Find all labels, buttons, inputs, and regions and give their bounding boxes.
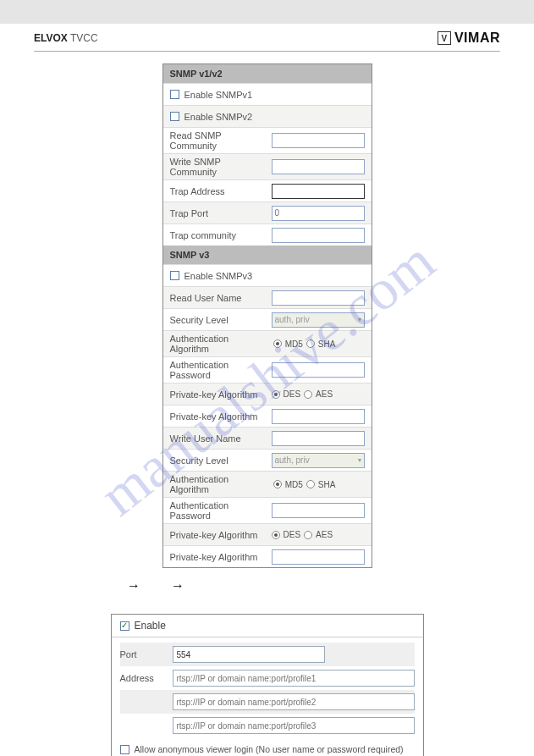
auth-algo-row: Authentication Algorithm MD5 SHA	[163, 330, 372, 356]
sec-level-select[interactable]: auth, priv ▾	[272, 312, 365, 328]
rtsp-addr3-row	[120, 714, 415, 737]
auth-pass2-label: Authentication Password	[170, 500, 267, 521]
rtsp-anon-row: Allow anonymous viewer login (No user na…	[112, 737, 423, 756]
enable-snmpv1-row: Enable SNMPv1	[163, 83, 372, 105]
priv-algo4-row: Private-key Algorithm	[163, 545, 372, 567]
auth-algo-group: MD5 SHA	[273, 339, 365, 349]
priv-algo4-label: Private-key Algorithm	[170, 552, 267, 562]
header-rule	[34, 51, 500, 52]
rtsp-address-label: Address	[120, 673, 164, 683]
enable-snmpv3-label: Enable SNMPv3	[184, 271, 365, 281]
enable-snmpv2-checkbox[interactable]	[170, 112, 179, 121]
auth-pass2-input[interactable]	[272, 503, 365, 518]
sec-level2-label: Security Level	[170, 455, 267, 466]
sha-radio[interactable]	[306, 339, 315, 348]
rtsp-addr1-input[interactable]	[173, 670, 415, 687]
auth-pass-row: Authentication Password	[163, 356, 372, 383]
rtsp-enable-checkbox[interactable]	[120, 621, 129, 631]
write-community-row: Write SNMP Community	[163, 153, 372, 179]
rtsp-grid: Port Address	[112, 637, 423, 737]
arrow-icon: →	[127, 578, 140, 593]
read-user-label: Read User Name	[170, 293, 267, 303]
write-user-row: Write User Name	[163, 427, 372, 449]
snmp-panel: SNMP v1/v2 Enable SNMPv1 Enable SNMPv2 R…	[162, 63, 372, 568]
trap-address-row: Trap Address	[163, 179, 372, 201]
enable-snmpv3-checkbox[interactable]	[170, 271, 179, 280]
write-user-label: Write User Name	[170, 433, 267, 444]
sec-level-value: auth, priv	[275, 315, 310, 324]
nav-arrows: → →	[127, 578, 534, 593]
brand-right: V VIMAR	[438, 30, 500, 46]
rtsp-anon-checkbox[interactable]	[120, 745, 129, 754]
rtsp-addr2-input[interactable]	[173, 693, 415, 710]
des-radio-2[interactable]	[272, 531, 280, 539]
enable-snmpv3-row: Enable SNMPv3	[163, 264, 372, 286]
chevron-down-icon: ▾	[358, 456, 361, 464]
md5-radio-2[interactable]	[273, 480, 282, 488]
write-user-input[interactable]	[272, 431, 365, 446]
sec-level-row: Security Level auth, priv ▾	[163, 308, 372, 330]
sha-label-2: SHA	[318, 480, 336, 489]
trap-community-input[interactable]	[272, 228, 365, 243]
write-community-label: Write SNMP Community	[170, 157, 267, 177]
priv-algo2-label: Private-key Algorithm	[170, 411, 267, 422]
rtsp-port-input[interactable]	[173, 646, 325, 663]
trap-address-input[interactable]	[272, 184, 365, 199]
snmp-v1v2-header: SNMP v1/v2	[163, 64, 372, 83]
top-bar	[0, 0, 534, 24]
read-community-row: Read SNMP Community	[163, 127, 372, 153]
snmp-v3-header: SNMP v3	[163, 246, 372, 264]
brand-bold: ELVOX	[34, 32, 68, 44]
priv-algo4-input[interactable]	[272, 549, 365, 565]
page-header: ELVOX TVCC V VIMAR	[0, 24, 534, 51]
priv-algo2-input[interactable]	[272, 409, 365, 424]
read-community-input[interactable]	[272, 133, 365, 148]
chevron-down-icon: ▾	[358, 316, 361, 323]
auth-pass-label: Authentication Password	[170, 360, 267, 380]
auth-algo2-group: MD5 SHA	[273, 480, 365, 489]
trap-port-row: Trap Port	[163, 201, 372, 223]
rtsp-anon-label: Allow anonymous viewer login (No user na…	[135, 744, 404, 754]
aes-label-2: AES	[316, 530, 333, 539]
read-community-label: Read SNMP Community	[170, 130, 267, 151]
sec-level-label: Security Level	[170, 315, 267, 325]
sec-level2-select[interactable]: auth, priv ▾	[272, 453, 365, 468]
rtsp-enable-row: Enable	[112, 615, 423, 637]
sec-level2-value: auth, priv	[275, 455, 310, 465]
enable-snmpv1-checkbox[interactable]	[170, 90, 179, 99]
read-user-input[interactable]	[272, 290, 365, 306]
write-community-input[interactable]	[272, 159, 365, 174]
sha-radio-2[interactable]	[306, 480, 315, 488]
trap-community-label: Trap community	[170, 230, 267, 240]
trap-community-row: Trap community	[163, 223, 372, 246]
auth-pass2-row: Authentication Password	[163, 497, 372, 523]
md5-label-2: MD5	[285, 480, 303, 489]
auth-algo-label: Authentication Algorithm	[170, 334, 268, 354]
auth-pass-input[interactable]	[272, 362, 365, 378]
aes-radio-2[interactable]	[304, 531, 312, 539]
aes-radio[interactable]	[304, 390, 312, 399]
sha-label: SHA	[318, 339, 336, 349]
trap-address-label: Trap Address	[170, 186, 267, 196]
priv-algo3-group: DES AES	[272, 530, 365, 539]
md5-label: MD5	[285, 339, 303, 349]
des-label-2: DES	[284, 530, 301, 539]
priv-algo-label: Private-key Algorithm	[170, 389, 267, 400]
priv-algo-row: Private-key Algorithm DES AES	[163, 383, 372, 405]
read-user-row: Read User Name	[163, 286, 372, 308]
md5-radio[interactable]	[273, 339, 282, 348]
vendor-name: VIMAR	[454, 30, 500, 46]
rtsp-panel: Enable Port Address Allow anonymous view…	[111, 614, 424, 756]
rtsp-addr1-row: Address	[120, 666, 415, 690]
enable-snmpv2-label: Enable SNMPv2	[184, 112, 365, 122]
aes-label: AES	[316, 389, 333, 399]
rtsp-enable-label: Enable	[135, 620, 166, 632]
rtsp-addr3-input[interactable]	[173, 717, 415, 734]
rtsp-port-label: Port	[120, 649, 164, 659]
des-radio[interactable]	[272, 390, 280, 399]
arrow-icon: →	[171, 578, 184, 593]
trap-port-label: Trap Port	[170, 208, 267, 218]
priv-algo2-row: Private-key Algorithm	[163, 405, 372, 427]
enable-snmpv2-row: Enable SNMPv2	[163, 105, 372, 127]
trap-port-input[interactable]	[272, 206, 365, 221]
